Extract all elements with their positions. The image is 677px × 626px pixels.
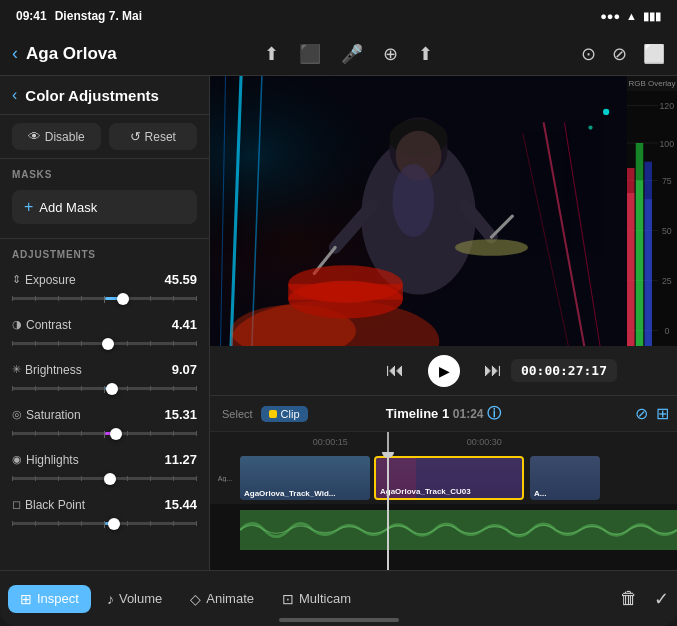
svg-text:75: 75 (662, 176, 672, 186)
svg-point-25 (588, 126, 592, 130)
masks-section: MASKS + Add Mask (0, 159, 209, 239)
exposure-icon: ⇕ (12, 273, 21, 286)
eye-icon: 👁 (28, 129, 41, 144)
highlights-adjustment: ◉ Highlights 11.27 (0, 446, 209, 491)
brightness-adjustment: ✳ Brightness 9.07 (0, 356, 209, 401)
contrast-slider[interactable] (12, 336, 197, 350)
audio-track-clips (240, 504, 677, 556)
brightness-icon: ✳ (12, 363, 21, 376)
contrast-icon: ◑ (12, 318, 22, 331)
disable-button[interactable]: 👁 Disable (12, 123, 101, 150)
left-panel: ‹ Color Adjustments 👁 Disable ↺ Reset MA… (0, 76, 210, 570)
timeline-ruler: 00:00:15 00:00:30 (210, 432, 677, 452)
select-label: Select (222, 408, 253, 420)
clip-2-label: AgaOrlova_Track_CU03 (380, 487, 471, 496)
timeline-settings-icon[interactable]: ⊘ (635, 404, 648, 423)
contrast-value: 4.41 (172, 317, 197, 332)
contrast-label: ◑ Contrast (12, 318, 71, 332)
video-track: Ag... AgaOrlova_Track_Wid... (210, 452, 677, 504)
ruler-mark-2: 00:00:30 (467, 437, 502, 447)
tab-inspect[interactable]: ⊞ Inspect (8, 585, 91, 613)
skip-back-button[interactable]: ⏮ (386, 360, 404, 381)
highlights-icon: ◉ (12, 453, 22, 466)
blackpoint-slider[interactable] (12, 516, 197, 530)
blackpoint-adjustment: ◻ Black Point 15.44 (0, 491, 209, 536)
highlights-slider[interactable] (12, 471, 197, 485)
clip-badge-label: Clip (281, 408, 300, 420)
clip-selector[interactable]: Clip (261, 406, 308, 422)
mic-icon[interactable]: 🎤 (341, 43, 363, 65)
panel-title: Color Adjustments (25, 87, 197, 104)
play-button[interactable]: ▶ (428, 355, 460, 387)
saturation-adjustment: ◎ Saturation 15.31 (0, 401, 209, 446)
settings-icon[interactable]: ⊙ (581, 43, 596, 65)
svg-text:50: 50 (662, 226, 672, 236)
inspect-tab-label: Inspect (37, 591, 79, 606)
rgb-label: RGB Overlay (627, 76, 677, 91)
timeline-header: Select Clip Timeline 1 01:24 ⓘ ⊘ ⊞ (210, 396, 677, 432)
timeline-info-icon[interactable]: ⓘ (487, 405, 501, 421)
share-icon[interactable]: ⬆ (418, 43, 433, 65)
exposure-adjustment: ⇕ Exposure 45.59 (0, 266, 209, 311)
panel-header: ‹ Color Adjustments (0, 76, 209, 115)
svg-rect-39 (645, 199, 653, 346)
timeline-playhead[interactable] (387, 452, 389, 570)
status-time: 09:41 (16, 9, 47, 23)
volume-tab-icon: ♪ (107, 591, 114, 607)
animate-tab-icon: ◇ (190, 591, 201, 607)
timeline-tracks: Ag... AgaOrlova_Track_Wid... (210, 452, 677, 570)
rgb-chart: 120 100 75 50 25 0 -20 (627, 91, 677, 346)
exposure-label: ⇕ Exposure (12, 273, 76, 287)
home-indicator (279, 618, 399, 622)
reset-button[interactable]: ↺ Reset (109, 123, 198, 150)
status-icons: ●●● ▲ ▮▮▮ (600, 10, 661, 23)
highlights-value: 11.27 (164, 452, 197, 467)
saturation-slider[interactable] (12, 426, 197, 440)
delete-button[interactable]: 🗑 (620, 588, 638, 609)
multicam-tab-icon: ⊡ (282, 591, 294, 607)
brightness-slider[interactable] (12, 381, 197, 395)
rgb-overlay-panel: RGB Overlay 120 100 (627, 76, 677, 346)
video-clip-2[interactable]: AgaOrlova_Track_CU03 (374, 456, 524, 500)
svg-rect-35 (627, 193, 635, 346)
tab-volume[interactable]: ♪ Volume (95, 585, 174, 613)
video-clip-1[interactable]: AgaOrlova_Track_Wid... (240, 456, 370, 500)
blackpoint-label: ◻ Black Point (12, 498, 85, 512)
timeline-right-icons: ⊘ ⊞ (635, 404, 669, 423)
app-header: ‹ Aga Orlova ⬆ ⬛ 🎤 ⊕ ⬆ ⊙ ⊘ ⬜ (0, 32, 677, 76)
back-button[interactable]: ‹ (12, 43, 18, 64)
layout-icon[interactable]: ⬜ (643, 43, 665, 65)
help-icon[interactable]: ⊘ (612, 43, 627, 65)
voiceover-icon[interactable]: ⊕ (383, 43, 398, 65)
confirm-button[interactable]: ✓ (654, 588, 669, 610)
track-label-video: Ag... (210, 475, 240, 482)
svg-text:25: 25 (662, 276, 672, 286)
status-date: Dienstag 7. Mai (55, 9, 142, 23)
panel-back-button[interactable]: ‹ (12, 86, 17, 104)
adjustments-label: ADJUSTMENTS (0, 239, 209, 266)
timeline-expand-icon[interactable]: ⊞ (656, 404, 669, 423)
video-clip-3[interactable]: A... (530, 456, 600, 500)
playback-controls: ⏮ ▶ ⏭ 00:00:27:17 (210, 346, 677, 396)
saturation-value: 15.31 (164, 407, 197, 422)
tab-animate[interactable]: ◇ Animate (178, 585, 266, 613)
svg-point-19 (455, 239, 528, 256)
ruler-marks: 00:00:15 00:00:30 (210, 432, 677, 452)
clip-3-label: A... (534, 489, 546, 498)
tab-multicam[interactable]: ⊡ Multicam (270, 585, 363, 613)
add-mask-button[interactable]: + Add Mask (12, 190, 197, 224)
camera-icon[interactable]: ⬛ (299, 43, 321, 65)
multicam-tab-label: Multicam (299, 591, 351, 606)
bottom-tabs: ⊞ Inspect ♪ Volume ◇ Animate ⊡ Multicam (8, 585, 620, 613)
exposure-slider[interactable] (12, 291, 197, 305)
svg-text:120: 120 (660, 101, 675, 111)
skip-forward-button[interactable]: ⏭ (484, 360, 502, 381)
svg-rect-37 (636, 181, 644, 347)
blackpoint-icon: ◻ (12, 498, 21, 511)
panel-actions: 👁 Disable ↺ Reset (0, 115, 209, 159)
svg-point-24 (603, 109, 609, 115)
upload-icon[interactable]: ⬆ (264, 43, 279, 65)
status-bar: 09:41 Dienstag 7. Mai ●●● ▲ ▮▮▮ (0, 0, 677, 32)
svg-rect-18 (288, 284, 403, 300)
svg-point-20 (392, 164, 434, 237)
